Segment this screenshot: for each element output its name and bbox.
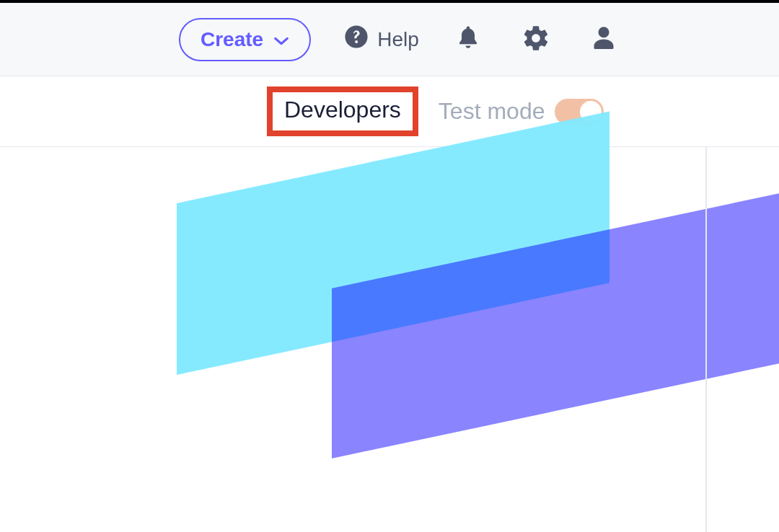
chevron-down-icon	[273, 28, 289, 51]
developers-link[interactable]: Developers	[267, 87, 418, 136]
create-button-label: Create	[201, 28, 263, 51]
bell-icon	[455, 24, 481, 56]
content-divider	[705, 147, 707, 532]
create-button[interactable]: Create	[179, 18, 311, 61]
topbar: Create Help	[0, 3, 779, 76]
gear-icon	[521, 24, 550, 56]
subbar: Developers Test mode	[0, 76, 779, 147]
developers-label: Developers	[284, 97, 401, 123]
svg-point-1	[355, 40, 358, 43]
test-mode-label: Test mode	[439, 98, 545, 125]
notifications-button[interactable]	[455, 24, 481, 56]
svg-point-2	[598, 27, 609, 37]
account-button[interactable]	[591, 24, 617, 56]
help-icon	[344, 25, 369, 54]
help-label: Help	[377, 28, 419, 51]
help-button[interactable]: Help	[344, 25, 419, 54]
person-icon	[591, 24, 617, 56]
content-area	[0, 147, 779, 532]
settings-button[interactable]	[521, 24, 550, 56]
